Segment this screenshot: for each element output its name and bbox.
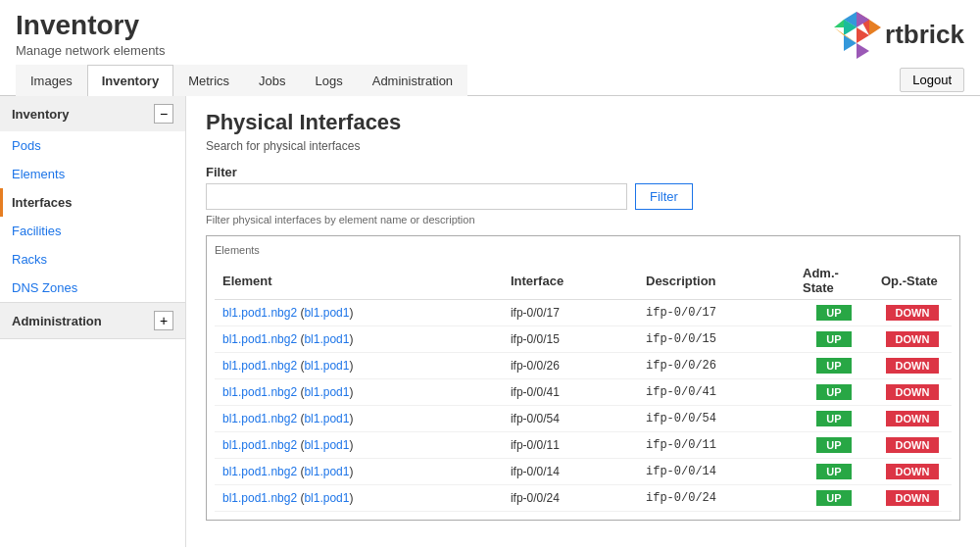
table-row: bl1.pod1.nbg2 (bl1.pod1) ifp-0/0/15 ifp-… — [215, 326, 952, 353]
sidebar-inventory-label: Inventory — [12, 107, 70, 122]
cell-adm-state: UP — [795, 406, 873, 432]
element-link[interactable]: bl1.pod1.nbg2 — [222, 385, 297, 399]
table-row: bl1.pod1.nbg2 (bl1.pod1) ifp-0/0/14 ifp-… — [215, 459, 952, 485]
cell-interface: ifp-0/0/11 — [503, 432, 638, 459]
content-page-title: Physical Interfaces — [206, 110, 960, 135]
element-link[interactable]: bl1.pod1.nbg2 — [222, 491, 297, 505]
tab-logs[interactable]: Logs — [301, 65, 358, 96]
element-link[interactable]: bl1.pod1.nbg2 — [222, 465, 297, 478]
cell-description: ifp-0/0/41 — [638, 379, 795, 406]
cell-description: ifp-0/0/24 — [638, 485, 795, 512]
cell-op-state: DOWN — [873, 353, 952, 379]
elements-box-title: Elements — [215, 244, 952, 256]
sidebar-inventory-collapse-btn[interactable]: − — [154, 104, 173, 124]
table-row: bl1.pod1.nbg2 (bl1.pod1) ifp-0/0/11 ifp-… — [215, 432, 952, 459]
cell-interface: ifp-0/0/26 — [503, 353, 638, 379]
op-state-badge: DOWN — [886, 358, 940, 374]
pod-link[interactable]: bl1.pod1 — [304, 306, 349, 320]
rtbrick-logo: rtbrick — [832, 10, 964, 59]
cell-op-state: DOWN — [873, 326, 952, 353]
table-body: bl1.pod1.nbg2 (bl1.pod1) ifp-0/0/17 ifp-… — [215, 300, 952, 512]
cell-element: bl1.pod1.nbg2 (bl1.pod1) — [215, 485, 503, 512]
sidebar-inventory-header: Inventory − — [0, 96, 185, 131]
pod-link[interactable]: bl1.pod1 — [304, 491, 349, 505]
filter-input[interactable] — [206, 183, 627, 210]
cell-op-state: DOWN — [873, 379, 952, 406]
pod-link[interactable]: bl1.pod1 — [304, 412, 349, 425]
pod-link[interactable]: bl1.pod1 — [304, 385, 349, 399]
sidebar-administration-section: Administration + — [0, 303, 185, 339]
adm-state-badge: UP — [816, 384, 852, 400]
col-header-interface: Interface — [503, 262, 638, 300]
svg-marker-1 — [869, 20, 881, 35]
op-state-badge: DOWN — [886, 331, 940, 347]
cell-op-state: DOWN — [873, 485, 952, 512]
svg-marker-8 — [844, 35, 857, 51]
tab-metrics[interactable]: Metrics — [173, 65, 244, 96]
svg-marker-9 — [857, 43, 869, 59]
filter-button[interactable]: Filter — [635, 183, 693, 210]
sidebar-item-facilities[interactable]: Facilities — [0, 217, 185, 245]
tab-images[interactable]: Images — [16, 65, 87, 96]
cell-adm-state: UP — [795, 326, 873, 353]
cell-description: ifp-0/0/54 — [638, 406, 795, 432]
cell-adm-state: UP — [795, 353, 873, 379]
col-header-description: Description — [638, 262, 795, 300]
element-link[interactable]: bl1.pod1.nbg2 — [222, 306, 297, 320]
sidebar-item-dns-zones[interactable]: DNS Zones — [0, 274, 185, 302]
col-header-adm-state: Adm.-State — [795, 262, 873, 300]
cell-op-state: DOWN — [873, 432, 952, 459]
sidebar-administration-header: Administration + — [0, 303, 185, 338]
sidebar-item-pods[interactable]: Pods — [0, 131, 185, 160]
sidebar: Inventory − Pods Elements Interfaces Fac… — [0, 96, 186, 547]
tab-administration[interactable]: Administration — [358, 65, 467, 96]
cell-interface: ifp-0/0/54 — [503, 406, 638, 432]
element-link[interactable]: bl1.pod1.nbg2 — [222, 438, 297, 452]
sidebar-administration-expand-btn[interactable]: + — [154, 311, 173, 330]
col-header-element: Element — [215, 262, 503, 300]
pod-link[interactable]: bl1.pod1 — [304, 359, 349, 373]
rtbrick-logo-icon — [832, 10, 881, 59]
op-state-badge: DOWN — [886, 490, 940, 506]
pod-link[interactable]: bl1.pod1 — [304, 332, 349, 346]
adm-state-badge: UP — [816, 464, 852, 479]
sidebar-item-racks[interactable]: Racks — [0, 245, 185, 274]
cell-interface: ifp-0/0/14 — [503, 459, 638, 485]
sidebar-item-elements[interactable]: Elements — [0, 160, 185, 188]
filter-row: Filter — [206, 183, 960, 210]
interfaces-table: Element Interface Description Adm.-State… — [215, 262, 952, 512]
cell-adm-state: UP — [795, 459, 873, 485]
cell-description: ifp-0/0/15 — [638, 326, 795, 353]
cell-description: ifp-0/0/14 — [638, 459, 795, 485]
cell-interface: ifp-0/0/24 — [503, 485, 638, 512]
op-state-badge: DOWN — [886, 305, 940, 321]
logout-button[interactable]: Logout — [900, 68, 964, 92]
tab-inventory[interactable]: Inventory — [87, 65, 174, 96]
pod-link[interactable]: bl1.pod1 — [304, 438, 349, 452]
filter-section: Filter Filter Filter physical interfaces… — [206, 165, 960, 225]
cell-interface: ifp-0/0/41 — [503, 379, 638, 406]
navbar: Images Inventory Metrics Jobs Logs Admin… — [0, 65, 980, 96]
element-link[interactable]: bl1.pod1.nbg2 — [222, 412, 297, 425]
adm-state-badge: UP — [816, 305, 852, 321]
page-title: Inventory — [16, 10, 165, 41]
main-layout: Inventory − Pods Elements Interfaces Fac… — [0, 96, 980, 547]
table-row: bl1.pod1.nbg2 (bl1.pod1) ifp-0/0/41 ifp-… — [215, 379, 952, 406]
col-header-op-state: Op.-State — [873, 262, 952, 300]
element-link[interactable]: bl1.pod1.nbg2 — [222, 332, 297, 346]
tab-jobs[interactable]: Jobs — [244, 65, 300, 96]
cell-element: bl1.pod1.nbg2 (bl1.pod1) — [215, 379, 503, 406]
cell-op-state: DOWN — [873, 459, 952, 485]
sidebar-item-interfaces[interactable]: Interfaces — [0, 188, 185, 217]
cell-element: bl1.pod1.nbg2 (bl1.pod1) — [215, 300, 503, 326]
cell-adm-state: UP — [795, 432, 873, 459]
pod-link[interactable]: bl1.pod1 — [304, 465, 349, 478]
header-left: Inventory Manage network elements — [16, 10, 165, 58]
elements-box: Elements Element Interface Description A… — [206, 235, 960, 521]
op-state-badge: DOWN — [886, 437, 940, 453]
table-header: Element Interface Description Adm.-State… — [215, 262, 952, 300]
cell-description: ifp-0/0/11 — [638, 432, 795, 459]
cell-adm-state: UP — [795, 485, 873, 512]
element-link[interactable]: bl1.pod1.nbg2 — [222, 359, 297, 373]
cell-element: bl1.pod1.nbg2 (bl1.pod1) — [215, 406, 503, 432]
